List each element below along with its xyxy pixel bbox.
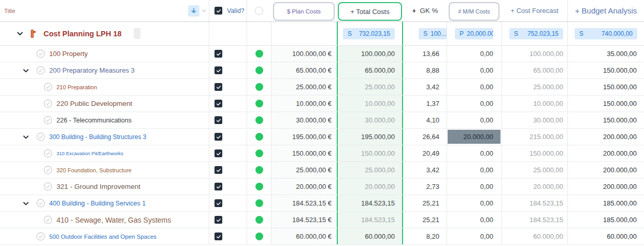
mm-costs-cell[interactable]: 0,00 — [447, 228, 502, 244]
circle-check-icon[interactable] — [44, 116, 52, 125]
row-title[interactable]: 300 Building - Building Structures 3 — [49, 133, 146, 141]
cost-forecast-cell[interactable]: 65.000,00 — [502, 62, 567, 78]
row-title[interactable]: 200 Preparatory Measures 3 — [49, 66, 135, 74]
gk-percent-cell[interactable]: 20,49 — [403, 145, 447, 161]
total-costs-cell[interactable]: 30.000,00 — [337, 112, 403, 128]
mm-costs-cell[interactable]: 0,00 — [447, 62, 502, 78]
mm-costs-cell[interactable]: 0,00 — [447, 195, 502, 211]
total-costs-column-header[interactable]: + Total Costs — [338, 2, 402, 21]
checkbox-checked[interactable] — [214, 233, 222, 240]
row-title[interactable]: 226 - Telecommunications — [56, 117, 132, 124]
plan-costs-cell[interactable]: 65.000,00 € — [271, 62, 337, 78]
row-title[interactable]: 320 Foundation, Substructure — [56, 167, 132, 173]
mm-costs-cell[interactable]: 0,00 — [447, 212, 502, 228]
plan-costs-cell[interactable]: 150.000,00 € — [271, 145, 337, 161]
plan-costs-cell[interactable]: 10.000,00 € — [271, 95, 337, 112]
gk-percent-cell[interactable]: 3,42 — [403, 162, 447, 178]
chevron-down-icon[interactable] — [22, 66, 30, 75]
row-title[interactable]: 321 - Ground Improvement — [56, 183, 140, 190]
circle-check-icon[interactable] — [36, 49, 45, 58]
cost-forecast-cell[interactable]: 10.000,00 — [502, 95, 567, 112]
circle-check-icon[interactable] — [36, 199, 45, 208]
status-dot-green[interactable] — [255, 199, 263, 207]
checkbox-checked[interactable] — [214, 116, 222, 124]
status-dot-green[interactable] — [255, 116, 263, 124]
row-title[interactable]: 400 Building - Building Services 1 — [49, 200, 146, 207]
row-title[interactable]: 500 Outdoor Facilities and Open Spaces — [49, 234, 156, 240]
plan-costs-cell[interactable]: 60.000,00 € — [271, 228, 337, 244]
cost-forecast-cell[interactable]: 100.000,00 — [502, 46, 567, 62]
cost-plan-title[interactable]: Cost Planning LPH 18 — [44, 30, 122, 38]
sort-download-icon[interactable] — [188, 5, 199, 17]
chevron-down-icon[interactable] — [16, 30, 24, 38]
total-costs-cell[interactable]: 25.000,00 — [337, 79, 403, 95]
row-title[interactable]: 210 Preparation — [56, 84, 97, 90]
gk-percent-cell[interactable]: 3,42 — [403, 79, 447, 95]
gk-percent-column-header[interactable]: GK % — [403, 0, 447, 21]
plan-costs-cell[interactable]: 195.000,00 € — [271, 129, 337, 145]
total-costs-cell[interactable]: 195.000,00 — [337, 129, 403, 145]
checkbox-checked[interactable] — [214, 199, 222, 207]
checkbox-checked[interactable] — [214, 183, 222, 190]
total-costs-cell[interactable]: 65.000,00 — [337, 62, 403, 78]
mm-costs-cell[interactable]: 0,00 — [447, 179, 502, 195]
row-title[interactable]: 310 Excavation Pit/Earthworks — [56, 151, 123, 156]
total-costs-cell[interactable]: 60.000,00 — [337, 228, 403, 244]
status-dot-green[interactable] — [255, 166, 263, 174]
budget-analysis-cell[interactable]: 150.000,00 — [567, 62, 644, 78]
budget-analysis-cell[interactable]: 35.000,00 — [567, 46, 644, 62]
plan-costs-cell[interactable]: 30.000,00 € — [271, 112, 337, 128]
mm-costs-cell[interactable]: 0,00 — [447, 112, 502, 128]
checkbox-checked[interactable] — [214, 83, 222, 91]
row-title[interactable]: 100 Property — [49, 50, 88, 58]
radio-circle-icon[interactable] — [255, 7, 263, 15]
cost-forecast-cell[interactable]: 60.000,00 — [502, 228, 567, 244]
budget-analysis-cell[interactable]: 185.000,00 — [567, 212, 644, 228]
budget-analysis-cell[interactable]: 185.000,00 — [567, 195, 644, 211]
total-costs-cell[interactable]: 184.523,15 — [337, 212, 403, 228]
plan-costs-cell[interactable]: 100.000,00 € — [271, 46, 337, 62]
chevron-down-icon[interactable] — [22, 199, 30, 208]
cost-forecast-cell[interactable]: 184.523,15 — [502, 212, 567, 228]
status-dot-green[interactable] — [255, 50, 263, 58]
gk-percent-cell[interactable]: 8,88 — [403, 62, 447, 78]
circle-check-icon[interactable] — [36, 132, 45, 141]
status-dot-green[interactable] — [255, 149, 263, 157]
plan-costs-cell[interactable]: 25.000,00 € — [271, 79, 337, 95]
checkbox-checked[interactable] — [214, 100, 222, 107]
status-dot-green[interactable] — [255, 183, 263, 190]
cost-forecast-cell[interactable]: 215.000,00 — [502, 129, 567, 145]
mm-costs-cell[interactable]: 0,00 — [447, 95, 502, 112]
mm-costs-cell[interactable]: 0,00 — [447, 162, 502, 178]
checkbox-checked[interactable] — [214, 166, 222, 174]
circle-check-icon[interactable] — [36, 66, 45, 75]
budget-analysis-cell[interactable]: 60.000,00 — [567, 228, 644, 244]
circle-check-icon[interactable] — [44, 99, 52, 108]
status-dot-green[interactable] — [255, 233, 263, 240]
budget-analysis-cell[interactable]: 150.000,00 — [567, 79, 644, 95]
checkbox-checked[interactable] — [214, 133, 222, 141]
total-costs-cell[interactable]: 10.000,00 — [337, 95, 403, 112]
cost-forecast-column-header[interactable]: + Cost Forecast — [502, 0, 567, 21]
gk-percent-cell[interactable]: 1,37 — [403, 95, 447, 112]
budget-analysis-cell[interactable]: 200.000,00 — [567, 179, 644, 195]
checkbox-checked[interactable] — [214, 50, 222, 58]
budget-analysis-cell[interactable]: 150.000,00 — [567, 95, 644, 112]
cost-forecast-cell[interactable]: 184.523,15 — [502, 195, 567, 211]
circle-check-icon[interactable] — [44, 215, 52, 224]
cost-forecast-cell[interactable]: 150.000,00 — [502, 145, 567, 161]
circle-check-icon[interactable] — [44, 149, 52, 158]
cost-forecast-cell[interactable]: 30.000,00 — [502, 112, 567, 128]
total-costs-cell[interactable]: 184.523,15 — [337, 195, 403, 211]
plan-costs-cell[interactable]: 184.523,15 € — [271, 212, 337, 228]
cost-forecast-cell[interactable]: 20.000,00 — [502, 179, 567, 195]
checkbox-checked[interactable] — [214, 149, 222, 157]
chevron-down-icon[interactable] — [22, 133, 30, 141]
mm-costs-cell[interactable]: 0,00 — [447, 145, 502, 161]
plan-costs-cell[interactable]: 25.000,00 € — [271, 162, 337, 178]
plan-costs-column-header[interactable]: $ Plan Costs — [273, 2, 335, 21]
gk-percent-cell[interactable]: 4,10 — [403, 112, 447, 128]
gk-percent-cell[interactable]: 13,66 — [403, 46, 447, 62]
checkbox-checked[interactable] — [214, 66, 222, 74]
circle-check-icon[interactable] — [36, 232, 45, 241]
